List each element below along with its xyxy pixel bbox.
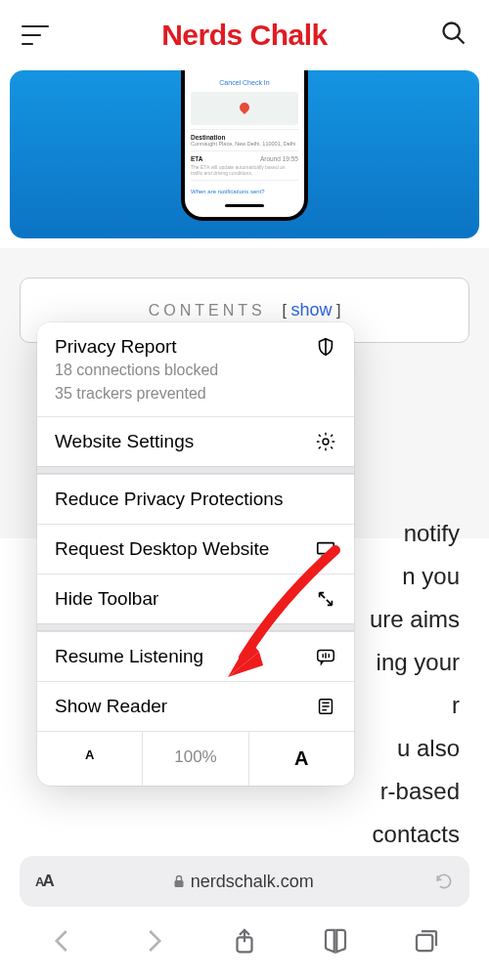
address-domain: nerdschalk.com bbox=[191, 872, 314, 892]
request-desktop-label: Request Desktop Website bbox=[55, 538, 269, 560]
phone-notif-link: When are notifications sent? bbox=[191, 185, 298, 194]
phone-dest-addr: Connaught Place, New Delhi, 110001, Delh… bbox=[191, 141, 298, 147]
request-desktop-item[interactable]: Request Desktop Website bbox=[37, 524, 354, 574]
forward-button bbox=[139, 926, 168, 956]
safari-address-bar[interactable]: AA nerdschalk.com bbox=[20, 856, 469, 907]
safari-toolbar bbox=[0, 912, 489, 980]
privacy-report-line1: 18 connections blocked bbox=[55, 360, 336, 381]
svg-point-2 bbox=[323, 439, 329, 445]
text-size-value[interactable]: 100% bbox=[143, 732, 248, 786]
privacy-report-item[interactable]: Privacy Report 18 connections blocked 35… bbox=[37, 322, 354, 416]
reload-icon[interactable] bbox=[434, 872, 454, 891]
expand-icon bbox=[315, 588, 336, 610]
website-settings-label: Website Settings bbox=[55, 431, 194, 452]
svg-line-1 bbox=[457, 37, 464, 44]
phone-eta-time: Around 19:55 bbox=[260, 155, 298, 162]
page-format-button[interactable]: AA bbox=[35, 872, 53, 891]
site-header: Nerds Chalk bbox=[0, 0, 489, 70]
hero-banner: Cancel Check In Destination Connaught Pl… bbox=[10, 70, 479, 238]
desktop-icon bbox=[315, 538, 336, 560]
privacy-report-title: Privacy Report bbox=[55, 336, 177, 358]
contents-show-link[interactable]: show bbox=[290, 300, 332, 320]
search-icon[interactable] bbox=[440, 20, 467, 51]
site-logo[interactable]: Nerds Chalk bbox=[161, 19, 328, 52]
share-button[interactable] bbox=[230, 926, 259, 956]
reduce-privacy-label: Reduce Privacy Protections bbox=[55, 489, 283, 510]
reader-icon bbox=[315, 696, 336, 717]
menu-icon[interactable] bbox=[22, 25, 49, 45]
text-size-increase[interactable]: A bbox=[249, 732, 354, 786]
svg-point-0 bbox=[443, 23, 459, 39]
contents-label: CONTENTS bbox=[149, 302, 266, 319]
phone-cancel: Cancel Check In bbox=[191, 76, 298, 92]
bookmarks-button[interactable] bbox=[321, 926, 350, 956]
phone-mockup: Cancel Check In Destination Connaught Pl… bbox=[181, 70, 308, 221]
phone-map bbox=[191, 92, 298, 125]
svg-rect-3 bbox=[318, 543, 334, 554]
hide-toolbar-label: Hide Toolbar bbox=[55, 588, 158, 610]
text-size-row: A 100% A bbox=[37, 731, 354, 786]
show-reader-label: Show Reader bbox=[55, 696, 167, 717]
tabs-button[interactable] bbox=[412, 926, 441, 956]
resume-listening-label: Resume Listening bbox=[55, 646, 203, 667]
reduce-privacy-item[interactable]: Reduce Privacy Protections bbox=[37, 474, 354, 524]
lock-icon bbox=[173, 874, 185, 888]
hide-toolbar-item[interactable]: Hide Toolbar bbox=[37, 574, 354, 623]
speech-audio-icon bbox=[315, 646, 336, 667]
gear-icon bbox=[315, 431, 336, 452]
show-reader-item[interactable]: Show Reader bbox=[37, 681, 354, 731]
phone-eta-sub: The ETA will update automatically based … bbox=[191, 164, 298, 176]
privacy-report-line2: 35 trackers prevented bbox=[55, 383, 336, 405]
text-size-decrease[interactable]: A bbox=[37, 732, 143, 786]
svg-rect-12 bbox=[417, 935, 432, 951]
phone-eta-label: ETA bbox=[191, 155, 203, 162]
safari-page-menu: Privacy Report 18 connections blocked 35… bbox=[37, 322, 354, 786]
shield-icon bbox=[315, 336, 336, 358]
svg-rect-10 bbox=[174, 880, 183, 887]
back-button[interactable] bbox=[48, 926, 77, 956]
phone-dest-label: Destination bbox=[191, 134, 298, 141]
website-settings-item[interactable]: Website Settings bbox=[37, 416, 354, 466]
resume-listening-item[interactable]: Resume Listening bbox=[37, 631, 354, 681]
